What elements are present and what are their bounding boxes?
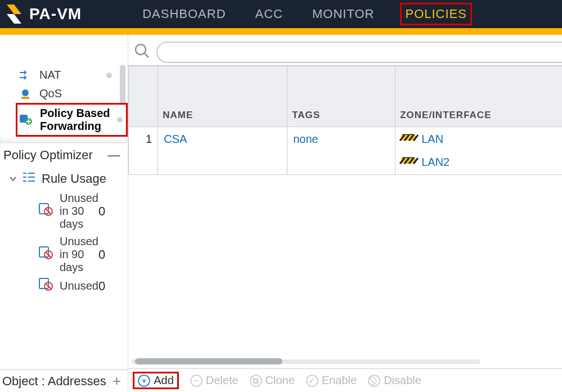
nav-monitor[interactable]: MONITOR <box>309 4 377 24</box>
search-row <box>128 35 562 65</box>
zone-label: LAN <box>421 133 443 146</box>
policy-table: NAME TAGS ZONE/INTERFACE 1 CSA none <box>128 65 562 368</box>
slash-circle-icon: ⃠ <box>368 375 380 387</box>
brand-name: PA-VM <box>29 5 82 23</box>
plus-circle-icon: + <box>138 375 150 387</box>
rule-usage-count: 0 <box>98 204 105 219</box>
plus-icon[interactable]: + <box>113 372 121 390</box>
rule-usage-child-label: Unused in 30 days <box>60 192 98 231</box>
brand: PA-VM <box>0 4 88 24</box>
rule-usage-unused[interactable]: Unused 0 <box>0 276 128 296</box>
enable-label: Enable <box>322 374 357 387</box>
content-pane: NAME TAGS ZONE/INTERFACE 1 CSA none <box>128 35 562 392</box>
search-icon[interactable] <box>132 43 152 62</box>
object-addresses-label: Object : Addresses <box>2 374 106 389</box>
collapse-icon[interactable]: — <box>107 148 120 163</box>
chevron-down-icon <box>9 172 17 186</box>
pbf-icon <box>20 114 33 126</box>
table-row[interactable]: 1 CSA none LAN <box>129 127 562 175</box>
top-nav-bar: PA-VM DASHBOARD ACC MONITOR POLICIES <box>0 0 562 28</box>
add-label: Add <box>154 374 174 387</box>
delete-label: Delete <box>206 374 239 387</box>
svg-rect-8 <box>39 278 48 289</box>
delete-button[interactable]: − Delete <box>190 374 239 387</box>
policy-optimizer-title: Policy Optimizer <box>3 148 93 163</box>
object-addresses-row[interactable]: Object : Addresses + <box>0 370 128 392</box>
rule-usage-count: 0 <box>98 247 105 262</box>
policy-name-link[interactable]: CSA <box>158 127 287 175</box>
sidebar-item-qos[interactable]: QoS <box>16 84 128 103</box>
policy-tags-link[interactable]: none <box>287 127 395 175</box>
unused-icon <box>39 278 53 294</box>
rule-usage-child-label: Unused <box>60 280 98 292</box>
list-fade-divider <box>0 137 128 143</box>
nat-icon <box>18 70 33 80</box>
zone-link[interactable]: LAN2 <box>401 156 562 169</box>
rule-usage-icon <box>23 172 36 186</box>
zone-icon <box>401 133 416 146</box>
top-nav: DASHBOARD ACC MONITOR POLICIES <box>139 0 472 28</box>
nav-policies[interactable]: POLICIES <box>400 3 471 25</box>
minus-circle-icon: − <box>190 375 203 387</box>
zone-link[interactable]: LAN <box>401 133 562 146</box>
action-toolbar: + Add − Delete ⧉ Clone ✓ Enable ⃠ Disabl… <box>128 368 562 392</box>
col-number <box>129 66 158 127</box>
clone-label: Clone <box>266 374 295 387</box>
svg-rect-1 <box>21 97 29 99</box>
col-tags[interactable]: TAGS <box>287 66 395 127</box>
check-circle-icon: ✓ <box>306 375 318 387</box>
svg-point-10 <box>136 44 146 55</box>
sidebar-item-nat[interactable]: NAT <box>16 66 128 84</box>
disable-label: Disable <box>384 374 421 387</box>
svg-point-0 <box>22 89 29 96</box>
row-number: 1 <box>129 127 158 175</box>
rule-usage-unused-90[interactable]: Unused in 90 days 0 <box>0 233 128 276</box>
svg-rect-6 <box>39 247 48 257</box>
disable-button[interactable]: ⃠ Disable <box>368 374 421 387</box>
qos-icon <box>18 88 33 100</box>
clone-circle-icon: ⧉ <box>250 375 262 387</box>
unused-90-icon <box>39 247 53 262</box>
policy-optimizer-header[interactable]: Policy Optimizer — <box>0 143 128 165</box>
policy-type-list: NAT QoS Policy Based Forwarding <box>0 35 128 137</box>
horizontal-scrollbar[interactable] <box>132 357 480 366</box>
nav-dashboard[interactable]: DASHBOARD <box>139 4 229 24</box>
col-name-label: NAME <box>163 110 193 120</box>
zone-label: LAN2 <box>421 156 449 169</box>
nav-acc[interactable]: ACC <box>252 4 286 24</box>
rule-usage-label: Rule Usage <box>42 172 106 186</box>
rule-usage-unused-30[interactable]: Unused in 30 days 0 <box>0 190 128 233</box>
col-tags-label: TAGS <box>292 110 320 120</box>
col-zone-label: ZONE/INTERFACE <box>400 110 491 120</box>
accent-bar <box>0 28 562 35</box>
sidebar-item-label: QoS <box>39 87 62 100</box>
svg-rect-4 <box>39 204 48 214</box>
brand-logo-icon <box>5 4 24 24</box>
left-panel: NAT QoS Policy Based Forwarding Policy O… <box>0 35 128 392</box>
sidebar-item-label: Policy Based Forwarding <box>40 107 124 133</box>
unused-30-icon <box>39 204 53 219</box>
policy-optimizer-body: Rule Usage Unused in 30 days 0 Unused in… <box>0 165 128 299</box>
rule-usage-count: 0 <box>98 279 105 294</box>
enable-button[interactable]: ✓ Enable <box>306 374 357 387</box>
rule-usage-child-label: Unused in 90 days <box>60 235 98 274</box>
add-button[interactable]: + Add <box>133 372 179 389</box>
sidebar-item-label: NAT <box>39 69 61 82</box>
zone-icon <box>401 156 416 169</box>
col-name[interactable]: NAME <box>158 66 287 127</box>
search-input[interactable] <box>156 42 562 63</box>
clone-button[interactable]: ⧉ Clone <box>250 374 295 387</box>
rule-usage-row[interactable]: Rule Usage <box>0 168 128 190</box>
status-dot-icon <box>106 73 112 78</box>
sidebar-item-policy-based-forwarding[interactable]: Policy Based Forwarding <box>16 103 128 137</box>
policy-zone-cell: LAN LAN2 <box>395 127 562 175</box>
col-zone[interactable]: ZONE/INTERFACE <box>395 66 562 127</box>
scrollbar-thumb[interactable] <box>135 358 282 364</box>
